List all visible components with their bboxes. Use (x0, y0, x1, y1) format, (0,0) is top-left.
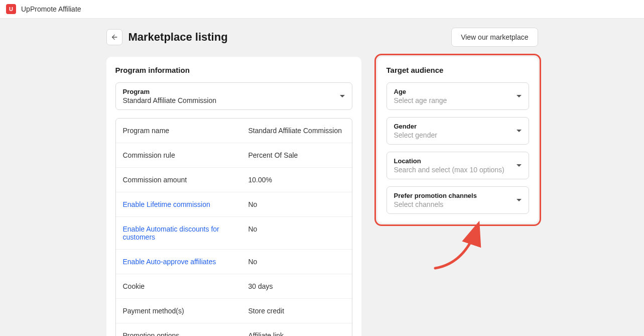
detail-label: Cookie (123, 282, 248, 290)
caret-down-icon (340, 95, 345, 97)
detail-value: No (248, 225, 257, 241)
caret-down-icon (517, 95, 522, 97)
program-information-card: Program information Program Standard Aff… (106, 57, 361, 336)
detail-row: Commission amount10.00% (116, 168, 352, 192)
detail-row: Promotion optionsAffiliate link (116, 323, 352, 336)
audience-select-location[interactable]: LocationSearch and select (max 10 option… (387, 152, 529, 179)
caret-down-icon (517, 199, 522, 201)
program-select-value: Standard Affiliate Commission (123, 96, 217, 104)
view-marketplace-button[interactable]: View our marketplace (451, 28, 538, 47)
detail-label[interactable]: Enable Auto-approve affiliates (123, 258, 248, 266)
detail-row: Enable Auto-approve affiliatesNo (116, 250, 352, 274)
main-container: Marketplace listing View our marketplace… (0, 19, 644, 336)
app-icon: U (6, 4, 16, 14)
detail-value: No (248, 200, 257, 208)
detail-value: Store credit (248, 307, 285, 315)
detail-label[interactable]: Enable Automatic discounts for customers (123, 225, 248, 241)
program-info-title: Program information (115, 66, 352, 74)
target-audience-title: Target audience (387, 66, 529, 74)
select-placeholder: Select age range (394, 96, 447, 104)
detail-row: Cookie30 days (116, 274, 352, 299)
select-placeholder: Search and select (max 10 options) (394, 166, 504, 174)
caret-down-icon (517, 164, 522, 167)
select-label: Age (394, 88, 447, 95)
audience-select-age[interactable]: AgeSelect age range (387, 82, 529, 110)
select-placeholder: Select channels (394, 200, 477, 208)
audience-select-prefer-promotion-channels[interactable]: Prefer promotion channelsSelect channels (387, 186, 529, 214)
detail-label: Promotion options (123, 331, 248, 336)
caret-down-icon (517, 130, 522, 132)
program-select-label: Program (123, 88, 217, 95)
detail-label: Commission amount (123, 176, 248, 184)
page-title: Marketplace listing (128, 31, 228, 44)
top-bar: U UpPromote Affiliate (0, 0, 644, 19)
detail-row: Program nameStandard Affiliate Commissio… (116, 119, 352, 143)
detail-value: Percent Of Sale (248, 151, 298, 159)
detail-label[interactable]: Enable Lifetime commission (123, 200, 248, 208)
audience-select-gender[interactable]: GenderSelect gender (387, 117, 529, 145)
program-details-box: Program nameStandard Affiliate Commissio… (115, 118, 352, 336)
detail-row: Enable Lifetime commissionNo (116, 192, 352, 217)
detail-label: Commission rule (123, 151, 248, 159)
detail-row: Commission rulePercent Of Sale (116, 143, 352, 168)
program-select[interactable]: Program Standard Affiliate Commission (115, 82, 352, 110)
detail-label: Payment method(s) (123, 307, 248, 315)
page-header: Marketplace listing View our marketplace (106, 28, 538, 47)
target-audience-card: Target audienceAgeSelect age rangeGender… (377, 57, 538, 223)
detail-value: 30 days (248, 282, 273, 290)
detail-value: No (248, 258, 257, 266)
detail-value: Standard Affiliate Commission (248, 127, 342, 135)
select-placeholder: Select gender (394, 131, 437, 139)
select-label: Prefer promotion channels (394, 192, 477, 199)
detail-value: Affiliate link (248, 331, 284, 336)
detail-value: 10.00% (248, 176, 272, 184)
detail-row: Payment method(s)Store credit (116, 299, 352, 323)
arrow-left-icon (110, 33, 118, 41)
arrow-annotation (430, 218, 490, 273)
detail-row: Enable Automatic discounts for customers… (116, 217, 352, 250)
back-button[interactable] (106, 29, 122, 45)
select-label: Gender (394, 123, 437, 130)
app-name: UpPromote Affiliate (21, 5, 81, 13)
detail-label: Program name (123, 127, 248, 135)
select-label: Location (394, 157, 504, 165)
